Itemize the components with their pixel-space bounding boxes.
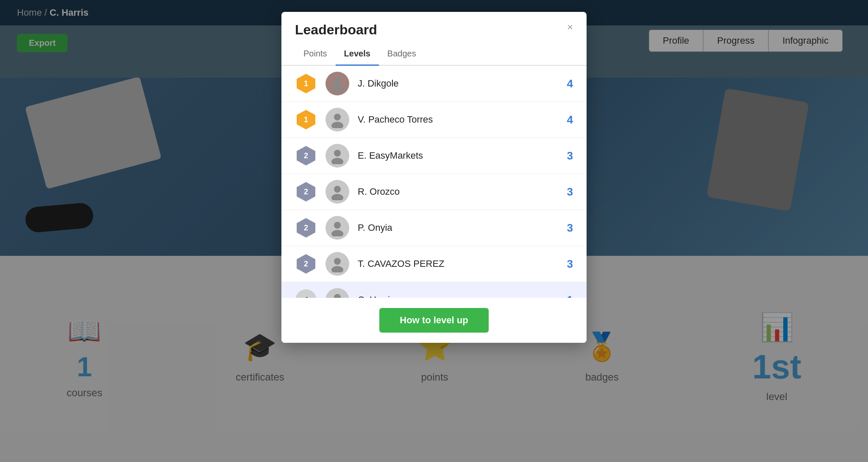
hexagon-silver: 2 xyxy=(295,145,317,166)
user-name: V. Pacheco Torres xyxy=(358,114,552,125)
user-level: 3 xyxy=(560,258,573,271)
avatar xyxy=(326,72,349,95)
table-row: 2 P. Onyia 3 xyxy=(281,210,587,246)
modal-close-button[interactable]: × xyxy=(567,22,573,32)
table-row: 2 R. Orozco 3 xyxy=(281,174,587,210)
user-name: P. Onyia xyxy=(358,222,552,233)
user-level: 3 xyxy=(560,149,573,162)
hexagon-silver: 2 xyxy=(295,181,317,202)
table-row: 1 V. Pacheco Torres 4 xyxy=(281,102,587,138)
leaderboard-modal: Leaderboard × Points Levels Badges 1 J. … xyxy=(281,12,587,343)
avatar xyxy=(326,216,349,240)
how-to-level-up-button[interactable]: How to level up xyxy=(379,308,488,333)
svg-point-14 xyxy=(331,230,343,236)
tab-levels[interactable]: Levels xyxy=(336,45,379,66)
avatar xyxy=(326,180,349,204)
svg-point-10 xyxy=(334,186,341,193)
avatar xyxy=(326,252,349,276)
user-name: E. EasyMarkets xyxy=(358,150,552,161)
svg-point-4 xyxy=(334,114,341,120)
user-level: 4 xyxy=(560,77,573,90)
user-level: 1 xyxy=(560,294,573,298)
tab-points[interactable]: Points xyxy=(295,45,336,66)
rank-badge: 2 xyxy=(295,217,317,239)
table-row-current-user: 4 C. Harris 1 xyxy=(281,282,587,298)
rank-badge: 2 xyxy=(295,181,317,203)
hexagon-gold: 1 xyxy=(295,73,317,94)
user-name: J. Dikgole xyxy=(358,78,552,89)
rank-badge: 1 xyxy=(295,73,317,95)
user-name: C. Harris xyxy=(358,294,552,298)
rank-number: 2 xyxy=(304,151,308,160)
avatar xyxy=(326,288,349,298)
svg-point-7 xyxy=(334,150,341,157)
svg-point-17 xyxy=(331,266,343,272)
svg-point-5 xyxy=(331,122,343,128)
table-row: 2 E. EasyMarkets 3 xyxy=(281,138,587,174)
circle-rank: 4 xyxy=(295,289,317,298)
rank-number: 2 xyxy=(304,224,308,232)
svg-point-18 xyxy=(334,294,341,298)
tab-badges[interactable]: Badges xyxy=(379,45,425,66)
avatar xyxy=(326,108,349,132)
rank-number: 1 xyxy=(304,115,308,124)
hexagon-silver: 2 xyxy=(295,217,317,238)
modal-title: Leaderboard xyxy=(295,22,377,38)
rank-badge: 1 xyxy=(295,109,317,131)
rank-number: 1 xyxy=(304,79,308,88)
svg-point-13 xyxy=(334,222,341,229)
rank-number: 2 xyxy=(304,188,308,196)
table-row: 1 J. Dikgole 4 xyxy=(281,66,587,102)
user-level: 3 xyxy=(560,221,573,235)
svg-point-2 xyxy=(331,86,343,92)
rank-badge: 4 xyxy=(295,289,317,298)
hexagon-gold: 1 xyxy=(295,109,317,130)
user-name: R. Orozco xyxy=(358,186,552,197)
user-name: T. CAVAZOS PEREZ xyxy=(358,258,552,269)
avatar xyxy=(326,144,349,168)
rank-badge: 2 xyxy=(295,145,317,167)
hexagon-silver: 2 xyxy=(295,253,317,274)
table-row: 2 T. CAVAZOS PEREZ 3 xyxy=(281,246,587,282)
modal-footer: How to level up xyxy=(281,298,587,343)
svg-point-16 xyxy=(334,258,341,265)
user-level: 4 xyxy=(560,113,573,126)
modal-tabs: Points Levels Badges xyxy=(281,38,587,66)
rank-badge: 2 xyxy=(295,253,317,275)
user-level: 3 xyxy=(560,185,573,199)
svg-point-8 xyxy=(331,158,343,164)
modal-header: Leaderboard × xyxy=(281,12,587,38)
svg-point-11 xyxy=(331,194,343,200)
rank-number: 2 xyxy=(304,260,308,269)
svg-point-1 xyxy=(334,78,341,84)
leaderboard-list: 1 J. Dikgole 4 1 V. Pacheco xyxy=(281,66,587,298)
